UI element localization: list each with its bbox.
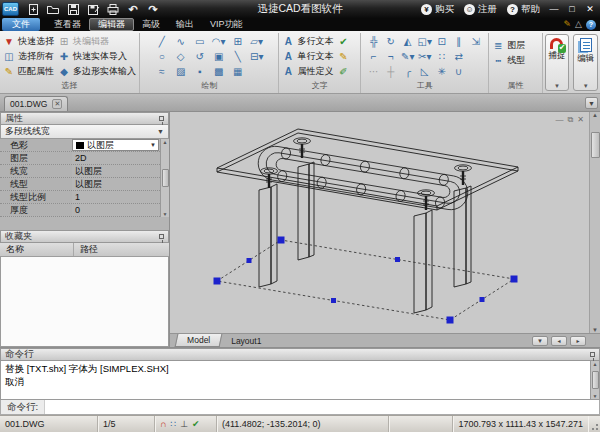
break-icon[interactable]: ✂▾ (416, 52, 433, 62)
help-button[interactable]: ?帮助 (503, 3, 544, 16)
attribute-define-button[interactable]: A属性定义 (282, 64, 333, 79)
mirror-icon[interactable]: ◭ (399, 37, 416, 47)
edit-button[interactable]: 编辑 ▼ (573, 34, 598, 91)
scroll-down-icon[interactable]: ▼ (593, 393, 598, 399)
polygon-icon[interactable]: ◇ (171, 52, 190, 62)
polyline-icon[interactable]: ∿ (171, 37, 190, 47)
command-input[interactable] (45, 400, 599, 414)
favorites-col-name[interactable]: 名称 (0, 243, 74, 256)
property-row-color[interactable]: 色彩 以图层▼ (0, 139, 160, 152)
property-row-linetype[interactable]: 线型以图层 (0, 178, 160, 191)
chamfer-icon[interactable]: ◺ (416, 67, 433, 77)
app-logo[interactable]: CAD (2, 2, 19, 16)
point-icon[interactable]: ▪ (190, 67, 209, 77)
match-properties-button[interactable]: ✎匹配属性 (3, 64, 54, 79)
register-button[interactable]: ☺注册 (460, 3, 501, 16)
grip-handle[interactable] (447, 317, 454, 324)
construction-line-icon[interactable]: ╲ (228, 52, 247, 62)
command-log-scrollbar[interactable]: ▲ ▼ (590, 361, 599, 399)
grip-handle[interactable] (331, 298, 336, 303)
new-file-button[interactable] (25, 2, 41, 16)
tab-scroll-left-icon[interactable]: ◂ (551, 336, 567, 346)
menu-tab-output[interactable]: 输出 (168, 18, 202, 31)
paste-icon[interactable]: ⊟▾ (247, 52, 266, 62)
property-row-linetype-scale[interactable]: 线型比例1 (0, 191, 160, 204)
pin-icon[interactable] (159, 234, 164, 239)
block-editor-button[interactable]: ⊞块编辑器 (58, 34, 136, 49)
mdi-restore-icon[interactable]: ⧉ (568, 115, 574, 125)
snap-toggle-icon[interactable]: ∩ (160, 420, 167, 429)
raster-image-icon[interactable]: ▩ (209, 67, 228, 77)
hatch-icon[interactable]: ▨ (171, 67, 190, 77)
ribbon-help-icon[interactable]: ? (586, 20, 596, 30)
tab-close-icon[interactable]: ✕ (52, 99, 62, 109)
fillet-icon[interactable]: ╭ (399, 67, 416, 77)
arc-icon[interactable]: ◠▾ (209, 37, 228, 47)
annotate-icon[interactable]: ✐ (337, 67, 349, 77)
maximize-button[interactable]: □ (564, 3, 580, 16)
chevron-down-icon[interactable]: ▼ (150, 142, 158, 148)
trim-icon[interactable]: ⌐ (365, 52, 382, 62)
menu-tab-file[interactable]: 文件 (2, 18, 40, 31)
menu-tab-editor[interactable]: 编辑器 (89, 18, 134, 31)
redo-button[interactable]: ↷ (145, 2, 161, 16)
undo-button[interactable]: ↶ (125, 2, 141, 16)
scroll-up-icon[interactable]: ▲ (593, 361, 598, 367)
document-tab[interactable]: 001.DWG ✕ (4, 96, 68, 111)
print-button[interactable] (105, 2, 121, 16)
copy-object-icon[interactable]: ⊞ (228, 37, 247, 47)
mdi-minimize-icon[interactable]: — (556, 115, 564, 125)
pencil-icon[interactable]: ✎ (564, 20, 572, 29)
property-row-thickness[interactable]: 厚度0 (0, 204, 160, 217)
open-file-button[interactable] (45, 2, 61, 16)
insert-block-icon[interactable]: ▣ (209, 52, 228, 62)
menu-tab-advanced[interactable]: 高级 (134, 18, 168, 31)
menu-tab-vip[interactable]: VIP功能 (202, 18, 251, 31)
array-icon[interactable]: ∷ (433, 52, 450, 62)
edit-dropdown-icon[interactable]: ▼ (583, 83, 589, 90)
favorites-col-path[interactable]: 路径 (74, 243, 98, 256)
grip-handle[interactable] (278, 237, 285, 244)
property-grid-scrollbar[interactable]: ▲ ▼ (160, 139, 169, 217)
spell-check-icon[interactable]: ✔ (337, 37, 349, 47)
favorites-list[interactable] (0, 257, 169, 347)
draw-ok-icon[interactable]: ✔ (192, 420, 200, 429)
layer-button[interactable]: ≣图层 (492, 38, 538, 53)
tab-layout1[interactable]: Layout1 (221, 334, 271, 347)
mtext-button[interactable]: A多行文本 (282, 34, 333, 49)
scrollbar-thumb[interactable] (591, 132, 600, 158)
property-row-lineweight[interactable]: 线宽以图层 (0, 165, 160, 178)
grip-handle[interactable] (511, 276, 518, 283)
select-all-button[interactable]: ◫选择所有 (3, 49, 54, 64)
mdi-close-icon[interactable]: ✕ (577, 115, 584, 125)
spline-icon[interactable]: ≈ (152, 67, 171, 77)
close-button[interactable]: ✕ (582, 3, 598, 16)
linetype-button[interactable]: ┅线型 (492, 53, 538, 68)
layout-dropdown-icon[interactable]: ▼ (532, 336, 548, 346)
copy-icon[interactable]: ⊡ (433, 37, 450, 47)
tab-scroll-right-icon[interactable]: ▸ (570, 336, 586, 346)
grip-handle[interactable] (214, 278, 221, 285)
tab-model[interactable]: Model (175, 334, 223, 347)
table-icon[interactable]: ▦ (228, 67, 247, 77)
offset-icon[interactable]: ∥ (450, 37, 467, 47)
canvas-scrollbar[interactable]: ▲ ▼ (589, 112, 600, 333)
grip-handle[interactable] (480, 297, 485, 302)
polygon-entity-input-button[interactable]: ◆多边形实体输入 (58, 64, 136, 79)
scrollbar-thumb[interactable] (592, 371, 599, 389)
break-at-point-icon[interactable]: ┼ (382, 67, 399, 77)
scrollbar-thumb[interactable] (162, 169, 169, 187)
menu-tab-viewer[interactable]: 查看器 (46, 18, 89, 31)
ortho-toggle-icon[interactable]: ⊥ (180, 420, 188, 429)
scale-icon[interactable]: ◱▾ (416, 37, 433, 47)
snap-dropdown-icon[interactable]: ▼ (554, 83, 560, 90)
quick-select-button[interactable]: ▼快速选择 (3, 34, 54, 49)
join-icon[interactable]: ∪ (450, 67, 467, 77)
explode-icon[interactable]: ✳ (433, 67, 450, 77)
drawing-canvas[interactable]: — ⧉ ✕ ▲ ▼ (170, 112, 600, 333)
scroll-down-icon[interactable]: ▼ (592, 327, 598, 333)
scroll-up-icon[interactable]: ▲ (592, 112, 598, 118)
revision-arc-icon[interactable]: ↺ (190, 52, 209, 62)
edit-polyline-icon[interactable]: ✎▾ (399, 52, 416, 62)
command-log[interactable]: 替换 [TXT.shx] 字体为 [SIMPLEX.SHX] 取消 ▲ ▼ (0, 361, 600, 400)
